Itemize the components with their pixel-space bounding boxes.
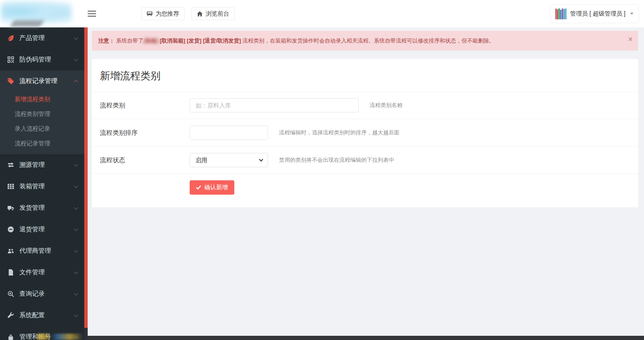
field-label-category: 流程类别 xyxy=(100,102,190,110)
sidebar-item-label: 查询记录 xyxy=(19,290,45,298)
field-hint-sort-order: 流程编辑时，选择流程类别时的排序，越大越后面 xyxy=(279,129,400,137)
submenu-process-records: 新增流程类别 流程类别管理 录入流程记录 流程记录管理 xyxy=(0,92,84,154)
sidebar-item-packing[interactable]: 装箱管理 xyxy=(0,176,84,197)
main-content: 注意： 系统自带了[装箱] [取消装箱] [发货] [退货/取消发货] 流程类别… xyxy=(88,27,644,340)
chevron-down-icon xyxy=(74,227,78,231)
sidebar-item-label: 文件管理 xyxy=(19,268,45,276)
alert-text: 流程类别，在装箱和发货操作时会自动录入相关流程。系统自带流程可以修改排序和状态，… xyxy=(242,37,494,44)
sidebar-item-system-config[interactable]: 系统配置 xyxy=(0,305,84,326)
sidebar-item-label: 发货管理 xyxy=(19,204,45,212)
confirm-add-button[interactable]: 确认新增 xyxy=(190,180,234,195)
submit-label: 确认新增 xyxy=(204,184,228,191)
form-row-sort-order: 流程类别排序 流程编辑时，选择流程类别时的排序，越大越后面 xyxy=(92,119,638,146)
users-icon xyxy=(8,248,15,254)
truck-icon xyxy=(8,205,15,211)
sidebar-item-process-record-management[interactable]: 流程记录管理 xyxy=(0,70,84,92)
sidebar-item-label: 退货管理 xyxy=(19,225,45,233)
form-row-category: 流程类别 流程类别名称 xyxy=(92,91,638,119)
sidebar-item-label: 溯源管理 xyxy=(19,161,45,169)
user-menu[interactable]: 管理员 [ 超级管理员 ] xyxy=(550,4,639,23)
minus-circle-icon xyxy=(8,226,15,233)
sidebar-item-returns[interactable]: 退货管理 xyxy=(0,219,84,240)
chevron-down-icon xyxy=(74,57,78,61)
sidebar-item-label: 产品管理 xyxy=(19,34,45,42)
alert-banner: 注意： 系统自带了[装箱] [取消装箱] [发货] [退货/取消发货] 流程类别… xyxy=(92,31,638,51)
chevron-down-icon xyxy=(74,313,78,317)
alert-prefix: 注意： xyxy=(98,37,115,44)
form-card: 新增流程类别 流程类别 流程类别名称 流程类别排序 流程编辑时，选择流程类别时的… xyxy=(92,59,638,207)
chevron-down-icon xyxy=(74,205,78,209)
tag-icon xyxy=(8,78,15,84)
sidebar-item-anticounterfeit-codes[interactable]: 防伪码管理 xyxy=(0,49,84,70)
status-select-wrapper: 启用 xyxy=(190,153,268,167)
sidebar-item-traceability[interactable]: 溯源管理 xyxy=(0,154,84,176)
form-row-status: 流程状态 启用 禁用的类别将不会出现在流程编辑的下拉列表中 xyxy=(92,146,638,174)
home-icon xyxy=(197,11,203,17)
field-hint-category: 流程类别名称 xyxy=(370,102,402,109)
logo-area xyxy=(0,0,84,27)
alert-tags: [取消装箱] [发货] [退货/取消发货] xyxy=(158,37,242,44)
submenu-item-process-category-management[interactable]: 流程类别管理 xyxy=(0,107,84,121)
sidebar-item-agents[interactable]: 代理商管理 xyxy=(0,240,84,262)
sort-order-input[interactable] xyxy=(190,126,268,140)
watermark xyxy=(37,334,83,340)
status-select[interactable]: 启用 xyxy=(190,153,268,167)
field-label-sort-order: 流程类别排序 xyxy=(100,129,190,137)
alert-censored-tag: [装箱] xyxy=(144,37,158,44)
sidebar-toggle-button[interactable] xyxy=(88,9,97,19)
sidebar-item-label: 系统配置 xyxy=(19,311,45,319)
sidebar: 产品管理 防伪码管理 流程记录管理 新增流程类别 流程类别管理 录入流程记录 流… xyxy=(0,27,84,340)
sidebar-item-files[interactable]: 文件管理 xyxy=(0,262,84,283)
field-hint-status: 禁用的类别将不会出现在流程编辑的下拉列表中 xyxy=(279,156,394,164)
view-frontend-label: 浏览前台 xyxy=(206,10,229,18)
chevron-down-icon xyxy=(74,162,78,166)
wrench-icon xyxy=(8,312,15,319)
sidebar-item-label: 流程记录管理 xyxy=(19,77,57,85)
chevron-down-icon xyxy=(74,248,78,252)
file-icon xyxy=(8,269,15,276)
chevron-down-icon xyxy=(74,184,78,188)
process-category-input[interactable] xyxy=(190,98,359,112)
grid-icon xyxy=(8,183,15,190)
submenu-item-enter-process-record[interactable]: 录入流程记录 xyxy=(0,121,84,136)
qrcode-icon xyxy=(8,56,15,63)
chevron-down-icon xyxy=(74,270,78,274)
submenu-item-add-process-category[interactable]: 新增流程类别 xyxy=(0,92,84,107)
sidebar-item-label: 防伪码管理 xyxy=(19,56,51,64)
chevron-down-icon xyxy=(74,35,78,40)
censored-logo-shadow xyxy=(10,20,44,27)
sidebar-item-label: 装箱管理 xyxy=(19,182,45,190)
sidebar-item-shipping[interactable]: 发货管理 xyxy=(0,197,84,219)
alert-close-button[interactable]: × xyxy=(628,35,633,43)
recommend-button[interactable]: 为您推荐 xyxy=(141,7,185,20)
check-icon xyxy=(196,185,201,190)
field-label-status: 流程状态 xyxy=(100,156,190,164)
leaf-icon xyxy=(8,35,15,41)
chevron-down-icon xyxy=(74,291,78,295)
user-label: 管理员 [ 超级管理员 ] xyxy=(570,10,625,18)
submenu-item-process-record-management[interactable]: 流程记录管理 xyxy=(0,136,84,151)
sidebar-item-query-records[interactable]: 查询记录 xyxy=(0,283,84,305)
recommend-bus-icon xyxy=(147,11,153,17)
topbar: 为您推荐 浏览前台 管理员 [ 超级管理员 ] xyxy=(0,0,644,27)
footer-strip xyxy=(84,336,644,340)
sidebar-item-product-management[interactable]: 产品管理 xyxy=(0,27,84,49)
view-frontend-button[interactable]: 浏览前台 xyxy=(191,7,235,20)
sidebar-scrollbar[interactable] xyxy=(84,27,88,340)
search-icon xyxy=(8,291,15,297)
page-title: 新增流程类别 xyxy=(92,59,638,91)
lock-icon xyxy=(8,334,15,340)
recommend-label: 为您推荐 xyxy=(156,10,179,18)
sidebar-item-label: 代理商管理 xyxy=(19,247,51,255)
caret-down-icon xyxy=(630,13,633,15)
exchange-icon xyxy=(8,162,15,168)
scrollbar-thumb[interactable] xyxy=(84,27,88,328)
avatar xyxy=(555,8,566,19)
form-footer: 确认新增 xyxy=(92,174,638,207)
alert-text: 系统自带了 xyxy=(115,37,144,44)
chevron-up-icon xyxy=(74,80,78,84)
sidebar-group-process-records: 流程记录管理 新增流程类别 流程类别管理 录入流程记录 流程记录管理 xyxy=(0,70,84,154)
